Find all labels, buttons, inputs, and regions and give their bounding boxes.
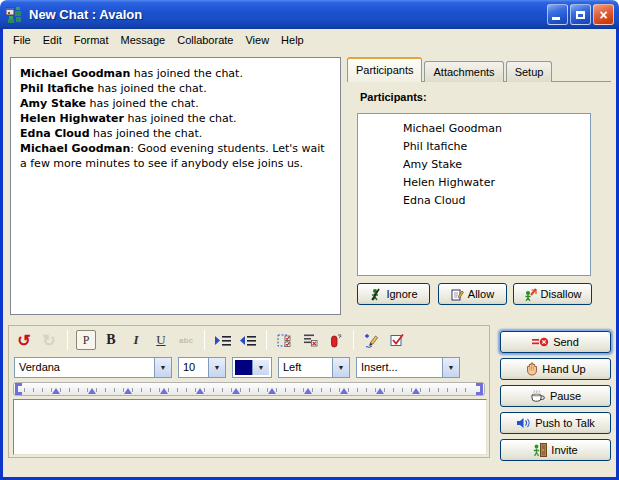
chat-message: Michael Goodman has joined the chat. [20, 66, 331, 81]
menubar: File Edit Format Message Collaborate Vie… [3, 29, 616, 50]
allow-button[interactable]: Allow [438, 283, 507, 305]
menu-format[interactable]: Format [68, 32, 115, 48]
client-area: File Edit Format Message Collaborate Vie… [3, 29, 616, 477]
send-icon [532, 336, 549, 348]
annotate-pen-icon[interactable] [362, 330, 382, 350]
menu-view[interactable]: View [239, 32, 275, 48]
tab-participants[interactable]: Participants [347, 57, 422, 82]
maximize-button[interactable] [570, 4, 591, 25]
list-item[interactable]: Michael Goodman [358, 120, 590, 138]
list-item[interactable]: Helen Highwater [358, 174, 590, 192]
participants-label: Participants: [360, 91, 427, 103]
push-to-talk-button[interactable]: Push to Talk [500, 412, 611, 434]
list-item[interactable]: Edna Cloud [358, 192, 590, 210]
ignore-person-icon [369, 288, 382, 301]
ruler-tabstop[interactable] [340, 388, 348, 394]
close-button[interactable]: × [593, 4, 614, 25]
action-buttons: Send Hand Up [500, 331, 611, 461]
ruler-tabstop[interactable] [304, 388, 312, 394]
ruler-tabstop[interactable] [52, 388, 60, 394]
ruler-tabstop[interactable] [88, 388, 96, 394]
plain-text-button[interactable]: P [76, 330, 96, 350]
pause-button[interactable]: Pause [500, 385, 611, 407]
chevron-down-icon[interactable]: ▼ [252, 360, 269, 375]
ignore-button[interactable]: Ignore [357, 283, 430, 305]
ruler[interactable] [13, 382, 485, 396]
maximize-icon [576, 11, 585, 19]
minimize-icon [552, 17, 560, 20]
chat-message: Phil Itafiche has joined the chat. [20, 81, 331, 96]
chat-message: Helen Highwater has joined the chat. [20, 111, 331, 126]
menu-edit[interactable]: Edit [37, 32, 68, 48]
toolbar-separator [266, 330, 267, 350]
participants-list: Michael Goodman Phil Itafiche Amy Stake … [357, 113, 591, 276]
redo-icon[interactable]: ↻ [39, 330, 59, 350]
message-editor: ↺ ↻ P B I U abc [8, 325, 490, 458]
ruler-left-cap [15, 383, 22, 395]
tab-attachments[interactable]: Attachments [424, 61, 503, 82]
list-check-icon[interactable] [300, 330, 320, 350]
chat-transcript[interactable]: Michael Goodman has joined the chat. Phi… [10, 57, 341, 315]
disallow-person-icon [524, 288, 537, 301]
minimize-button[interactable] [547, 4, 568, 25]
font-toolbar: Verdana ▼ 10 ▼ ▼ Left ▼ [9, 354, 489, 380]
ruler-tabstop[interactable] [232, 388, 240, 394]
color-swatch [235, 360, 252, 375]
chevron-down-icon[interactable]: ▼ [442, 358, 459, 377]
ruler-tabstop[interactable] [124, 388, 132, 394]
menu-help[interactable]: Help [275, 32, 310, 48]
message-input[interactable] [13, 399, 487, 455]
send-button[interactable]: Send [500, 331, 611, 353]
chevron-down-icon[interactable]: ▼ [208, 358, 225, 377]
font-family-dropdown[interactable]: Verdana ▼ [14, 357, 172, 378]
chevron-down-icon[interactable]: ▼ [332, 358, 349, 377]
menu-message[interactable]: Message [115, 32, 172, 48]
ruler-tabstop[interactable] [376, 388, 384, 394]
toolbar-separator [204, 330, 205, 350]
participant-actions: Ignore Allow [357, 283, 593, 305]
indent-icon[interactable] [213, 330, 233, 350]
chat-message: Amy Stake has joined the chat. [20, 96, 331, 111]
allow-note-icon [451, 288, 464, 301]
alignment-dropdown[interactable]: Left ▼ [278, 357, 350, 378]
toolbar-separator [67, 330, 68, 350]
speaker-icon [516, 417, 531, 429]
ruler-tabstop[interactable] [268, 388, 276, 394]
list-item[interactable]: Amy Stake [358, 156, 590, 174]
tab-setup[interactable]: Setup [506, 61, 553, 82]
chat-message: Michael Goodman: Good evening students. … [20, 141, 331, 171]
format-toolbar: ↺ ↻ P B I U abc [9, 326, 489, 354]
invite-door-icon [533, 443, 547, 457]
coffee-pause-icon [530, 389, 546, 403]
menu-file[interactable]: File [7, 32, 37, 48]
bold-button[interactable]: B [101, 330, 121, 350]
select-check-icon[interactable] [275, 330, 295, 350]
ruler-right-cap [476, 383, 483, 395]
outdent-icon[interactable] [238, 330, 258, 350]
invite-button[interactable]: Invite [500, 439, 611, 461]
chat-window: New Chat : Avalon × File Edit Format Mes… [0, 0, 619, 480]
menu-collaborate[interactable]: Collaborate [171, 32, 239, 48]
chevron-down-icon[interactable]: ▼ [154, 358, 171, 377]
font-color-dropdown[interactable]: ▼ [232, 357, 272, 378]
app-icon [6, 7, 24, 23]
undo-icon[interactable]: ↺ [14, 330, 34, 350]
hand-icon [525, 362, 538, 376]
marker-icon[interactable] [325, 330, 345, 350]
italic-button[interactable]: I [126, 330, 146, 350]
toolbar-separator [353, 330, 354, 350]
small-text-button[interactable]: abc [176, 330, 196, 350]
font-size-dropdown[interactable]: 10 ▼ [178, 357, 226, 378]
insert-dropdown[interactable]: Insert... ▼ [356, 357, 460, 378]
hand-up-button[interactable]: Hand Up [500, 358, 611, 380]
disallow-button[interactable]: Disallow [513, 283, 592, 305]
window-title: New Chat : Avalon [29, 7, 547, 22]
ruler-tabstop[interactable] [412, 388, 420, 394]
ruler-tabstop[interactable] [160, 388, 168, 394]
side-panel-tabs: Participants Attachments Setup [347, 57, 611, 82]
ruler-tabstop[interactable] [196, 388, 204, 394]
underline-button[interactable]: U [151, 330, 171, 350]
list-item[interactable]: Phil Itafiche [358, 138, 590, 156]
checkbox-icon[interactable] [387, 330, 407, 350]
titlebar: New Chat : Avalon × [0, 0, 619, 29]
